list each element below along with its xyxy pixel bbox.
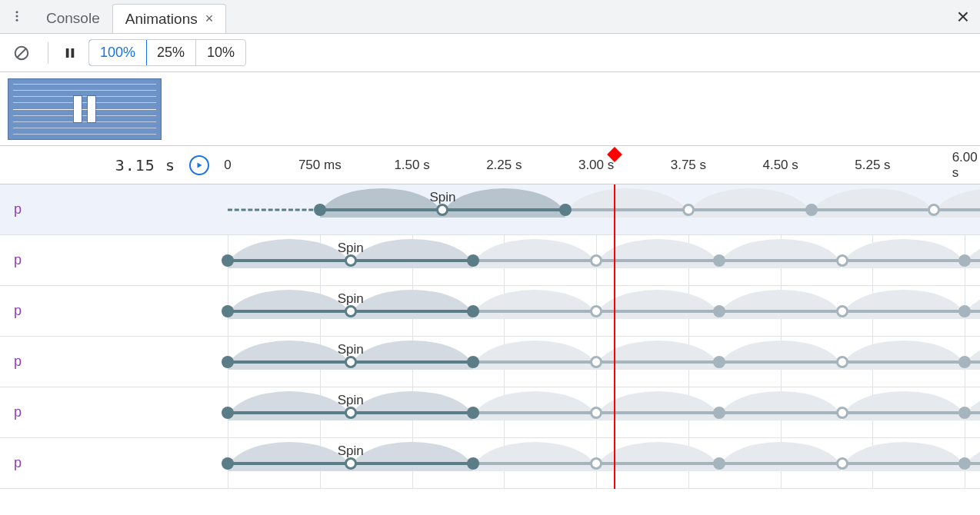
keyframe-dot[interactable]: [222, 356, 234, 368]
keyframe-dot[interactable]: [713, 407, 725, 419]
clear-icon[interactable]: [8, 39, 35, 67]
keyframe-dot[interactable]: [345, 407, 357, 419]
pause-all-icon[interactable]: [56, 39, 84, 67]
keyframe-dot[interactable]: [836, 254, 848, 267]
more-menu-icon[interactable]: [0, 0, 34, 33]
keyframe-dot[interactable]: [345, 305, 357, 317]
iteration-curve: [228, 239, 351, 268]
keyframe-dot[interactable]: [836, 407, 848, 419]
keyframe-dot[interactable]: [958, 254, 971, 267]
track-element-label: p: [0, 404, 223, 420]
keyframe-dot[interactable]: [836, 457, 848, 470]
close-drawer-icon[interactable]: ×: [957, 6, 969, 28]
keyframe-dot[interactable]: [590, 356, 602, 368]
keyframe-dot[interactable]: [958, 305, 971, 317]
track-row[interactable]: pSpin: [0, 235, 980, 286]
keyframe-dot[interactable]: [590, 457, 602, 470]
keyframe-dot[interactable]: [222, 457, 234, 470]
tab-console[interactable]: Console: [34, 4, 112, 33]
iteration-curve: [228, 391, 351, 420]
iteration-curve: [473, 239, 596, 268]
keyframe-dot[interactable]: [222, 305, 234, 317]
ruler-tick: 1.50 s: [394, 158, 429, 173]
ruler-tick: 5.25 s: [855, 158, 890, 173]
iteration-bar-repeat: [565, 208, 980, 211]
keyframe-dot[interactable]: [590, 407, 602, 419]
tab-animations[interactable]: Animations ×: [112, 4, 227, 33]
keyframe-dot[interactable]: [836, 305, 848, 317]
iteration-curve: [842, 341, 965, 370]
iteration-curve: [596, 239, 719, 268]
animation-name-label: Spin: [338, 291, 364, 307]
iteration-curve: [719, 341, 842, 370]
keyframe-dot[interactable]: [682, 204, 695, 216]
track-element-label: p: [0, 252, 223, 268]
iteration-bar-repeat: [473, 310, 980, 313]
keyframe-dot[interactable]: [713, 305, 725, 317]
keyframe-dot[interactable]: [713, 356, 725, 368]
track-lane[interactable]: Spin: [223, 184, 980, 234]
iteration-curve: [842, 442, 965, 471]
track-lane[interactable]: Spin: [223, 286, 980, 336]
playback-speed-group: 100% 25% 10%: [88, 39, 246, 66]
keyframe-dot[interactable]: [805, 204, 818, 216]
track-row[interactable]: pSpin: [0, 337, 980, 387]
keyframe-dot[interactable]: [836, 356, 848, 368]
keyframe-dot[interactable]: [345, 457, 357, 470]
speed-25[interactable]: 25%: [146, 40, 196, 65]
iteration-curve: [351, 290, 474, 319]
iteration-bar-repeat: [473, 259, 980, 262]
keyframe-dot[interactable]: [958, 457, 971, 470]
track-row[interactable]: pSpin: [0, 286, 980, 337]
keyframe-dot[interactable]: [222, 407, 234, 419]
keyframe-dot[interactable]: [467, 305, 479, 317]
ruler-tick: 3.00 s: [578, 158, 614, 173]
track-row[interactable]: pSpin: [0, 387, 980, 438]
track-lane[interactable]: Spin: [223, 438, 980, 488]
track-row[interactable]: pSpin: [0, 184, 980, 235]
iteration-curve: [228, 290, 351, 319]
play-icon[interactable]: [189, 155, 209, 175]
iteration-curve: [473, 442, 596, 471]
close-tab-icon[interactable]: ×: [205, 11, 214, 27]
tab-label: Console: [46, 10, 100, 27]
timeline-ruler[interactable]: 3.15 s 0750 ms1.50 s2.25 s3.00 s3.75 s4.…: [0, 146, 980, 184]
track-lane[interactable]: Spin: [223, 387, 980, 437]
keyframe-dot[interactable]: [467, 254, 479, 267]
speed-10[interactable]: 10%: [196, 40, 245, 65]
keyframe-dot[interactable]: [559, 204, 572, 216]
keyframe-dot[interactable]: [467, 457, 479, 470]
ruler-tick: 0: [224, 158, 231, 173]
speed-100[interactable]: 100%: [88, 39, 147, 66]
iteration-curve: [842, 239, 965, 268]
keyframe-dot[interactable]: [222, 254, 234, 267]
track-lane[interactable]: Spin: [223, 337, 980, 387]
keyframe-dot[interactable]: [436, 204, 448, 216]
keyframe-dot[interactable]: [958, 356, 971, 368]
keyframe-dot[interactable]: [314, 204, 326, 216]
keyframe-dot[interactable]: [590, 254, 602, 267]
ruler-ticks[interactable]: 0750 ms1.50 s2.25 s3.00 s3.75 s4.50 s5.2…: [223, 146, 980, 184]
track-lane[interactable]: Spin: [223, 235, 980, 285]
keyframe-dot[interactable]: [713, 254, 725, 267]
iteration-curve: [228, 442, 351, 471]
iteration-curve: [596, 442, 719, 471]
keyframe-dot[interactable]: [928, 204, 940, 216]
iteration-curve: [228, 341, 351, 370]
separator: [48, 42, 48, 64]
keyframe-dot[interactable]: [713, 457, 725, 470]
keyframe-dot[interactable]: [958, 407, 971, 419]
animation-group-preview[interactable]: [8, 78, 162, 140]
keyframe-dot[interactable]: [345, 254, 357, 267]
keyframe-dot[interactable]: [590, 305, 602, 317]
keyframe-dot[interactable]: [467, 356, 479, 368]
animation-groups-row: [0, 72, 980, 146]
drawer-tab-bar: Console Animations × ×: [0, 0, 980, 34]
current-time: 3.15 s: [115, 156, 175, 174]
pause-icon: [73, 95, 96, 123]
svg-point-0: [16, 11, 18, 13]
keyframe-dot[interactable]: [467, 407, 479, 419]
track-row[interactable]: pSpin: [0, 438, 980, 489]
keyframe-dot[interactable]: [345, 356, 357, 368]
iteration-curve: [473, 391, 596, 420]
